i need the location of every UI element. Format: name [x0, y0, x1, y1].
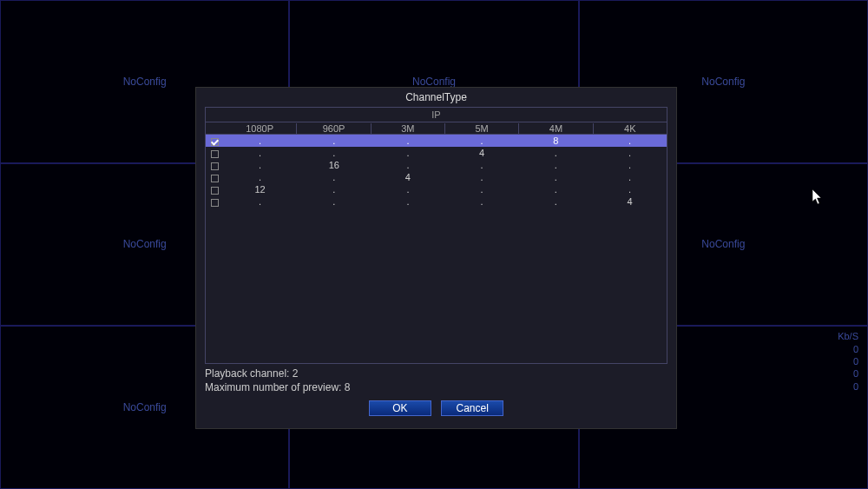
cell-value: . — [371, 184, 444, 195]
row-checkbox[interactable] — [206, 135, 223, 146]
checkbox-icon — [211, 162, 219, 170]
cell-value: 4 — [371, 172, 444, 182]
table-header-row: 1080P960P3M5M4M4K — [206, 122, 667, 135]
preview-info: Maximum number of preview: 8 — [205, 381, 667, 393]
cell-value: . — [593, 172, 667, 182]
cell-label: NoConfig — [701, 238, 745, 250]
table-row[interactable]: ..4... — [206, 171, 667, 183]
table-row[interactable]: 12..... — [206, 183, 667, 195]
checkbox-icon — [211, 138, 219, 146]
cell-value: . — [223, 148, 297, 158]
cell-value: . — [445, 184, 519, 195]
cell-value: 8 — [519, 135, 593, 146]
checkbox-icon — [211, 150, 219, 158]
row-checkbox[interactable] — [206, 148, 223, 158]
cell-value: . — [297, 172, 371, 182]
cell-value: . — [593, 135, 667, 146]
column-header: 5M — [445, 123, 519, 134]
cell-value: . — [297, 196, 371, 207]
bitrate-stats: Kb/S0000 — [838, 330, 858, 392]
cell-value: 4 — [593, 196, 667, 207]
cell-value: . — [371, 148, 444, 158]
cancel-button[interactable]: Cancel — [441, 400, 503, 416]
table-row[interactable]: ...4.. — [206, 147, 667, 159]
cell-value: . — [223, 196, 297, 207]
column-header: 3M — [372, 123, 445, 134]
cell-value: . — [593, 148, 667, 158]
row-checkbox[interactable] — [206, 160, 223, 170]
table-row[interactable]: .....4 — [206, 195, 667, 208]
checkbox-icon — [211, 175, 219, 182]
table-row[interactable]: ....8. — [206, 135, 667, 147]
cell-value: . — [297, 184, 371, 195]
cell-value: . — [445, 135, 519, 146]
button-row: OK Cancel — [196, 400, 676, 416]
ok-button[interactable]: OK — [369, 400, 431, 416]
cell-label: NoConfig — [701, 76, 745, 88]
playback-info: Playback channel: 2 — [205, 367, 667, 380]
cell-value: . — [519, 196, 593, 207]
channel-type-dialog: ChannelType IP 1080P960P3M5M4M4K ....8..… — [195, 87, 677, 429]
cell-value: . — [519, 148, 593, 158]
cell-value: . — [445, 196, 519, 207]
cell-value: . — [371, 135, 444, 146]
checkbox-icon — [211, 199, 219, 207]
channel-table: IP 1080P960P3M5M4M4K ....8....4...16....… — [205, 107, 667, 364]
cell-value: . — [519, 172, 593, 182]
cell-value: . — [223, 135, 297, 146]
row-checkbox[interactable] — [206, 196, 223, 207]
cell-value: . — [445, 172, 519, 182]
column-header: 4M — [519, 123, 593, 134]
cell-value: . — [297, 148, 371, 158]
column-header: 1080P — [223, 123, 297, 134]
cell-label: NoConfig — [123, 401, 167, 413]
cell-value: . — [223, 172, 297, 182]
cell-value: . — [519, 184, 593, 195]
cell-value: . — [223, 160, 297, 170]
table-row[interactable]: .16.... — [206, 159, 667, 171]
cell-label: NoConfig — [123, 238, 167, 250]
column-header: 960P — [297, 123, 371, 134]
cell-value: 16 — [297, 160, 371, 170]
cell-value: . — [593, 160, 667, 170]
checkbox-icon — [211, 187, 219, 195]
cell-value: . — [371, 160, 444, 170]
cell-value: 4 — [445, 148, 519, 158]
cell-value: . — [519, 160, 593, 170]
dialog-title: ChannelType — [196, 88, 676, 105]
cell-value: . — [371, 196, 444, 207]
group-header: IP — [206, 108, 667, 122]
cell-value: . — [593, 184, 667, 195]
row-checkbox[interactable] — [206, 184, 223, 195]
cell-value: . — [297, 135, 371, 146]
column-header: 4K — [594, 123, 667, 134]
cell-value: . — [445, 160, 519, 170]
cell-label: NoConfig — [123, 76, 167, 88]
row-checkbox[interactable] — [206, 172, 223, 182]
cell-value: 12 — [223, 184, 297, 195]
cell-label: NoConfig — [412, 76, 456, 88]
